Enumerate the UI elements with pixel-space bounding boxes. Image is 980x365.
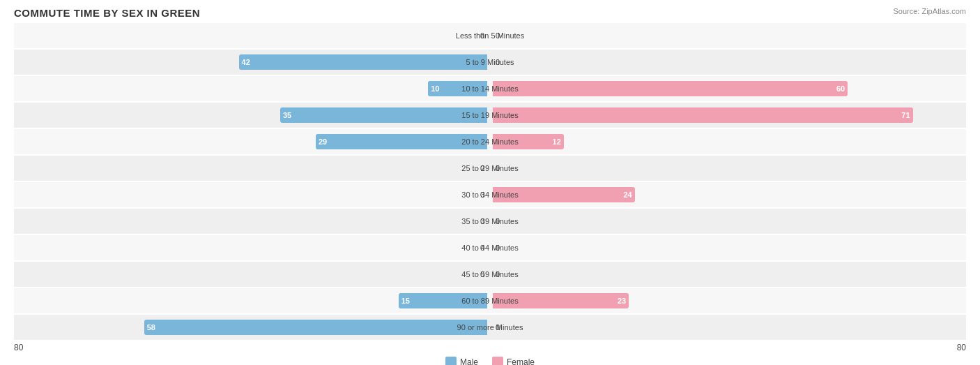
- chart-container: COMMUTE TIME BY SEX IN GREEN Source: Zip…: [14, 7, 966, 365]
- bar-row: 5890 or more Minutes0: [14, 315, 966, 340]
- bar-female-value: 12: [553, 137, 561, 146]
- left-section: 0: [14, 156, 490, 181]
- source-text: Source: ZipAtlas.com: [893, 7, 966, 15]
- bar-male: 42: [239, 54, 487, 70]
- bar-male: 10: [428, 81, 487, 96]
- bar-male: 29: [316, 134, 487, 149]
- right-section: 23: [490, 288, 966, 313]
- bar-row: 0Less than 5 Minutes0: [14, 23, 966, 48]
- bar-female-value: 60: [836, 84, 845, 93]
- legend-male-box: [445, 357, 457, 365]
- bar-female: 12: [493, 134, 564, 149]
- bar-male-value: 15: [401, 297, 410, 305]
- bar-male: 58: [144, 320, 487, 335]
- right-section: 0: [490, 315, 966, 340]
- bar-male: 35: [280, 107, 487, 123]
- left-section: 29: [14, 129, 490, 154]
- right-section: 0: [490, 209, 966, 234]
- bar-female-value-zero: 0: [496, 244, 500, 252]
- right-section: 0: [490, 235, 966, 260]
- bar-male-value: 29: [319, 137, 327, 146]
- bar-male-value: 35: [283, 111, 291, 119]
- bar-male-value-zero: 0: [480, 270, 484, 278]
- bar-female-value-zero: 0: [496, 217, 500, 225]
- legend-female-box: [492, 357, 503, 365]
- bar-row: 1560 to 89 Minutes23: [14, 288, 966, 313]
- right-section: 12: [490, 129, 966, 154]
- bar-female-value: 71: [901, 111, 910, 119]
- bar-row: 3515 to 19 Minutes71: [14, 103, 966, 128]
- left-section: 0: [14, 23, 490, 48]
- bar-female-value-zero: 0: [496, 31, 500, 40]
- bar-male-value: 10: [431, 84, 439, 93]
- left-section: 0: [14, 182, 490, 207]
- bar-female-value-zero: 0: [496, 323, 500, 332]
- bar-male-value-zero: 0: [480, 191, 484, 199]
- bar-row: 030 to 34 Minutes24: [14, 182, 966, 207]
- left-section: 15: [14, 288, 490, 313]
- legend-female-label: Female: [507, 357, 535, 365]
- legend: Male Female: [14, 357, 966, 365]
- axis-row: 80 80: [14, 343, 966, 352]
- bar-female-value-zero: 0: [496, 164, 500, 172]
- bar-row: 035 to 39 Minutes0: [14, 209, 966, 234]
- left-section: 0: [14, 262, 490, 287]
- bar-male-value-zero: 0: [480, 217, 484, 225]
- left-section: 42: [14, 50, 490, 75]
- right-section: 24: [490, 182, 966, 207]
- legend-male: Male: [445, 357, 478, 365]
- bar-row: 045 to 59 Minutes0: [14, 262, 966, 287]
- bar-male-value-zero: 0: [480, 164, 484, 172]
- legend-male-label: Male: [460, 357, 478, 365]
- bar-female: 23: [493, 293, 629, 308]
- axis-left: 80: [14, 343, 23, 352]
- right-section: 60: [490, 76, 966, 101]
- bar-male-value-zero: 0: [480, 31, 484, 40]
- bar-row: 2920 to 24 Minutes12: [14, 129, 966, 154]
- bar-female: 71: [493, 107, 913, 123]
- left-section: 0: [14, 235, 490, 260]
- bar-row: 1010 to 14 Minutes60: [14, 76, 966, 101]
- right-section: 0: [490, 50, 966, 75]
- chart-title: COMMUTE TIME BY SEX IN GREEN: [14, 7, 966, 19]
- right-section: 0: [490, 262, 966, 287]
- bar-female: 24: [493, 187, 635, 202]
- bar-female-value: 23: [618, 297, 626, 305]
- bar-row: 040 to 44 Minutes0: [14, 235, 966, 260]
- right-section: 71: [490, 103, 966, 128]
- bar-female-value-zero: 0: [496, 58, 500, 66]
- chart-area: 0Less than 5 Minutes0425 to 9 Minutes010…: [14, 23, 966, 340]
- bar-row: 425 to 9 Minutes0: [14, 50, 966, 75]
- legend-female: Female: [492, 357, 535, 365]
- left-section: 10: [14, 76, 490, 101]
- left-section: 35: [14, 103, 490, 128]
- bar-female: 60: [493, 81, 848, 96]
- bar-row: 025 to 29 Minutes0: [14, 156, 966, 181]
- right-section: 0: [490, 156, 966, 181]
- bar-male-value-zero: 0: [480, 244, 484, 252]
- bar-male: 15: [399, 293, 487, 308]
- bar-female-value-zero: 0: [496, 270, 500, 278]
- bar-male-value: 42: [242, 58, 250, 66]
- left-section: 58: [14, 315, 490, 340]
- right-section: 0: [490, 23, 966, 48]
- axis-right: 80: [957, 343, 966, 352]
- left-section: 0: [14, 209, 490, 234]
- bar-female-value: 24: [623, 191, 631, 199]
- bar-male-value: 58: [147, 323, 155, 332]
